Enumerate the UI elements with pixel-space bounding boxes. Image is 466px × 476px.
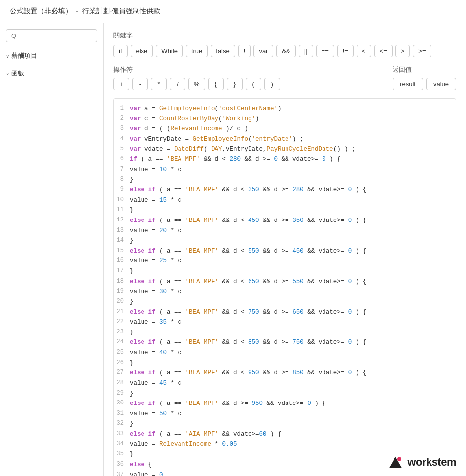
code-line: 28value = 45 * c <box>114 378 456 389</box>
operator-btn[interactable]: % <box>188 78 205 90</box>
code-line: 18else if ( a == 'BEA MPF' && d < 650 &&… <box>114 277 456 287</box>
code-line: 33else if ( a == 'AIA MPF' && vdate>=60 … <box>114 429 456 439</box>
keyword-btn[interactable]: var <box>253 45 273 57</box>
workstem-logo-icon <box>388 454 403 470</box>
line-number: 29 <box>114 389 129 399</box>
keyword-btn[interactable]: false <box>211 45 235 57</box>
code-editor[interactable]: 1var a = GetEmployeeInfo('costCenterName… <box>113 98 456 476</box>
sidebar-group-salary-title[interactable]: ∨ 薪酬項目 <box>6 49 97 62</box>
sidebar-group-functions-title[interactable]: ∨ 函數 <box>6 67 97 80</box>
line-content: value = 15 * c <box>129 195 456 206</box>
code-line: 19value = 30 * c <box>114 287 456 297</box>
code-line: 5var vdate = DateDiff( DAY,vEntryDate,Pa… <box>114 145 456 155</box>
line-number: 17 <box>114 266 129 277</box>
code-line: 10value = 15 * c <box>114 195 456 206</box>
code-line: 4var vEntryDate = GetEmployeeInfo('entry… <box>114 134 456 145</box>
operator-btn[interactable]: * <box>151 78 167 90</box>
keyword-btn[interactable]: > <box>395 45 410 57</box>
keyword-btn[interactable]: true <box>186 45 208 57</box>
line-number: 8 <box>114 175 129 185</box>
line-number: 36 <box>114 460 129 470</box>
line-number: 11 <box>114 205 129 216</box>
line-content: } <box>129 389 456 399</box>
code-line: 7value = 10 * c <box>114 165 456 175</box>
code-line: 11} <box>114 205 456 216</box>
line-number: 24 <box>114 337 129 348</box>
line-content: else if ( a == 'BEA MPF' && d < 950 && d… <box>129 368 456 378</box>
page-header: 公式設置（非必填） - 行業計劃-僱員強制性供款 <box>0 0 466 23</box>
keywords-row: ifelseWhiletruefalse!var&&||==!=<<=>>= <box>113 45 456 57</box>
keyword-btn[interactable]: != <box>337 45 354 57</box>
sidebar-group-salary[interactable]: ∨ 薪酬項目 <box>6 49 97 62</box>
line-number: 22 <box>114 317 129 328</box>
line-number: 33 <box>114 429 129 439</box>
code-line: 22value = 35 * c <box>114 317 456 328</box>
keyword-btn[interactable]: == <box>316 45 334 57</box>
operator-btn[interactable]: ( <box>246 78 261 90</box>
return-value-btn[interactable]: result <box>393 78 423 90</box>
line-content: else if ( a == 'BEA MPF' && d < 350 && d… <box>129 185 456 195</box>
line-content: } <box>129 419 456 429</box>
operator-btn[interactable]: + <box>113 78 129 90</box>
line-content: value = 10 * c <box>129 165 456 175</box>
line-number: 25 <box>114 348 129 358</box>
sidebar-group-salary-label: 薪酬項目 <box>11 51 37 60</box>
keyword-btn[interactable]: || <box>299 45 313 57</box>
code-line: 30else if ( a == 'BEA MPF' && d >= 950 &… <box>114 399 456 409</box>
code-line: 23} <box>114 328 456 338</box>
keyword-btn[interactable]: <= <box>374 45 393 57</box>
code-line: 17} <box>114 266 456 277</box>
sidebar-group-functions[interactable]: ∨ 函數 <box>6 67 97 80</box>
line-content: var vdate = DateDiff( DAY,vEntryDate,Pay… <box>129 145 456 155</box>
chevron-icon: ∨ <box>6 53 9 59</box>
line-content: } <box>129 175 456 185</box>
line-content: var a = GetEmployeeInfo('costCenterName'… <box>129 104 456 114</box>
keyword-btn[interactable]: else <box>131 45 153 57</box>
line-number: 31 <box>114 409 129 419</box>
content-area: 關鍵字 ifelseWhiletruefalse!var&&||==!=<<=>… <box>104 23 466 476</box>
line-content: else if ( a == 'BEA MPF' && d < 550 && d… <box>129 246 456 256</box>
line-number: 10 <box>114 195 129 206</box>
line-number: 23 <box>114 328 129 338</box>
keyword-btn[interactable]: ! <box>238 45 251 57</box>
line-content: else if ( a == 'BEA MPF' && d < 750 && d… <box>129 307 456 318</box>
line-number: 18 <box>114 277 129 287</box>
operator-btn[interactable]: } <box>227 78 243 90</box>
operator-btn[interactable]: - <box>132 78 148 90</box>
line-number: 12 <box>114 216 129 226</box>
keyword-btn[interactable]: While <box>156 45 183 57</box>
return-value-btn[interactable]: value <box>426 78 456 90</box>
keyword-btn[interactable]: >= <box>413 45 431 57</box>
code-line: 2var c = CountRosterByDay('Working') <box>114 114 456 124</box>
header-label2: 行業計劃-僱員強制性供款 <box>82 7 161 16</box>
line-number: 9 <box>114 185 129 195</box>
code-line: 15else if ( a == 'BEA MPF' && d < 550 &&… <box>114 246 456 256</box>
line-number: 3 <box>114 124 129 134</box>
line-content: } <box>129 205 456 216</box>
sidebar: ∨ 薪酬項目 ∨ 函數 <box>0 23 104 476</box>
code-line: 21else if ( a == 'BEA MPF' && d < 750 &&… <box>114 307 456 318</box>
keyword-btn[interactable]: if <box>113 45 128 57</box>
keyword-btn[interactable]: && <box>276 45 295 57</box>
operators-title: 操作符 <box>113 65 373 74</box>
sidebar-group-functions-label: 函數 <box>11 69 24 78</box>
line-number: 1 <box>114 104 129 114</box>
return-btns: resultvalue <box>393 78 456 90</box>
footer: workstem <box>378 448 466 476</box>
line-number: 13 <box>114 226 129 236</box>
code-line: 32} <box>114 419 456 429</box>
line-content: else if ( a == 'BEA MPF' && d < 450 && d… <box>129 216 456 226</box>
line-number: 37 <box>114 470 129 476</box>
search-input[interactable] <box>6 29 97 42</box>
ops-btns: +-*/%{}() <box>113 78 373 90</box>
line-number: 20 <box>114 297 129 307</box>
keyword-btn[interactable]: < <box>357 45 371 57</box>
operators-return-row: 操作符 +-*/%{}() 返回值 resultvalue <box>113 65 456 90</box>
line-content: if ( a == 'BEA MPF' && d < 280 && d >= 0… <box>129 154 456 165</box>
operator-btn[interactable]: ) <box>264 78 280 90</box>
operator-btn[interactable]: { <box>208 78 224 90</box>
code-line: 16value = 25 * c <box>114 256 456 266</box>
operator-btn[interactable]: / <box>170 78 185 90</box>
line-number: 15 <box>114 246 129 256</box>
code-line: 8} <box>114 175 456 185</box>
